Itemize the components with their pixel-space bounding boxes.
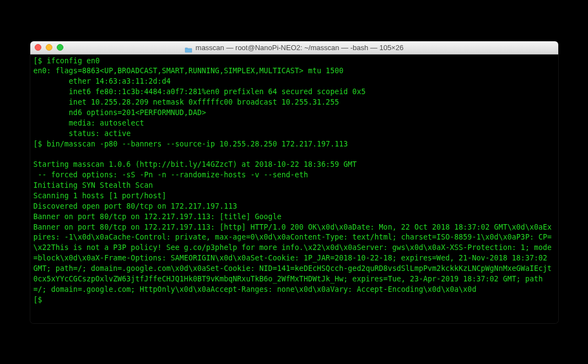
output-line: ether 14:63:a3:11:2d:d4 [34,77,555,87]
prompt-cursor: $ [38,296,47,304]
titlebar[interactable]: masscan — root@NanoPi-NEO2: ~/masscan — … [30,41,558,55]
output-line: Banner on port 80/tcp on 172.217.197.113… [34,212,555,222]
output-line: en0: flags=8863<UP,BROADCAST,SMART,RUNNI… [34,66,555,77]
output-line: Scanning 1 hosts [1 port/host] [34,191,555,202]
output-line: Initiating SYN Stealth Scan [34,181,555,191]
prompt-line: [$ [34,295,555,306]
output-line: media: autoselect [34,118,555,129]
blank-line [34,149,555,160]
command-ifconfig: $ ifconfig en0 [38,57,100,65]
prompt-line: [$ bin/masscan -p80 --banners --source-i… [34,139,555,150]
output-line: status: active [34,129,555,139]
folder-icon [185,45,192,51]
title-center: masscan — root@NanoPi-NEO2: ~/masscan — … [30,44,558,52]
output-line: inet6 fe80::1c3b:4484:a0f7:281%en0 prefi… [34,87,555,97]
traffic-lights [35,44,63,51]
output-line: Starting masscan 1.0.6 (http://bit.ly/14… [34,160,555,170]
minimize-button[interactable] [46,44,52,51]
terminal-window: masscan — root@NanoPi-NEO2: ~/masscan — … [30,41,559,324]
maximize-button[interactable] [57,44,63,51]
output-line: inet 10.255.28.209 netmask 0xfffffc00 br… [34,97,555,108]
output-line: -- forced options: -sS -Pn -n --randomiz… [34,170,555,181]
output-line: Banner on port 80/tcp on 172.217.197.113… [34,222,555,295]
terminal-body[interactable]: [$ ifconfig en0en0: flags=8863<UP,BROADC… [30,55,558,323]
window-title: masscan — root@NanoPi-NEO2: ~/masscan — … [196,44,403,52]
output-line: nd6 options=201<PERFORMNUD,DAD> [34,108,555,118]
prompt-line: [$ ifconfig en0 [34,56,555,67]
command-masscan: $ bin/masscan -p80 --banners --source-ip… [38,140,348,148]
output-line: Discovered open port 80/tcp on 172.217.1… [34,202,555,212]
close-button[interactable] [35,44,41,51]
